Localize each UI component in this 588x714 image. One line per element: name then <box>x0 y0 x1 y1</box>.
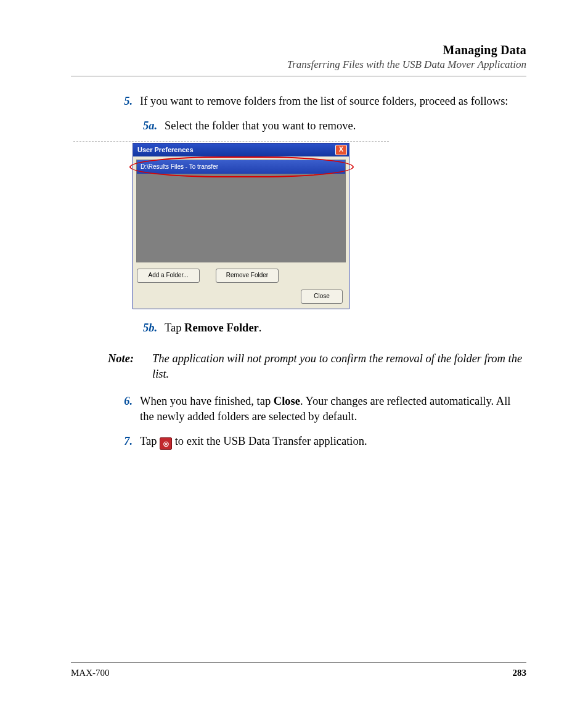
page-footer: MAX-700 283 <box>71 662 526 678</box>
add-folder-button[interactable]: Add a Folder... <box>137 269 200 283</box>
figure-user-preferences: User Preferences X D:\Results Files - To… <box>73 141 389 309</box>
note-label: Note: <box>108 351 152 383</box>
header-subtitle: Transferring Files with the USB Data Mov… <box>71 59 526 71</box>
remove-folder-button[interactable]: Remove Folder <box>216 269 279 283</box>
user-preferences-dialog: User Preferences X D:\Results Files - To… <box>133 143 349 309</box>
substep-number: 5a. <box>133 118 165 134</box>
step-7: 7. Tap ⊗ to exit the USB Data Transfer a… <box>112 434 526 450</box>
step-6: 6. When you have finished, tap Close. Yo… <box>112 394 526 425</box>
bold-term: Remove Folder <box>184 322 259 334</box>
step-number: 5. <box>112 94 140 110</box>
bold-term: Close <box>274 395 300 407</box>
text-prefix: When you have finished, tap <box>140 395 274 407</box>
note: Note: The application will not prompt yo… <box>108 351 526 383</box>
step-5a: 5a. Select the folder that you want to r… <box>133 118 526 134</box>
dialog-title: User Preferences <box>137 145 194 155</box>
dialog-button-row: Add a Folder... Remove Folder <box>133 266 349 286</box>
step-number: 6. <box>112 394 140 425</box>
footer-page-number: 283 <box>513 668 527 678</box>
page: Managing Data Transferring Files with th… <box>0 0 588 714</box>
substep-text: Tap Remove Folder. <box>165 320 526 336</box>
step-number: 7. <box>112 434 140 450</box>
substep-number: 5b. <box>133 320 165 336</box>
text-prefix: Tap <box>140 435 160 447</box>
text-suffix: . <box>259 322 262 334</box>
text-suffix: to exit the USB Data Transfer applicatio… <box>175 435 367 447</box>
page-header: Managing Data Transferring Files with th… <box>71 43 526 71</box>
step-text: Tap ⊗ to exit the USB Data Transfer appl… <box>140 434 526 450</box>
step-text: If you want to remove folders from the l… <box>140 94 526 110</box>
step-5b: 5b. Tap Remove Folder. <box>133 320 526 336</box>
dialog-close-x-button[interactable]: X <box>335 145 347 155</box>
exit-icon: ⊗ <box>160 437 172 450</box>
step-5: 5. If you want to remove folders from th… <box>112 94 526 110</box>
footer-model: MAX-700 <box>71 668 110 678</box>
dialog-bottom-row: Close <box>133 286 349 309</box>
substep-text: Select the folder that you want to remov… <box>165 118 526 134</box>
folder-list[interactable]: D:\Results Files - To transfer <box>136 160 346 262</box>
note-text: The application will not prompt you to c… <box>152 351 526 383</box>
content: 5. If you want to remove folders from th… <box>71 94 526 450</box>
step-text: When you have finished, tap Close. Your … <box>140 394 526 425</box>
dialog-titlebar: User Preferences X <box>133 144 349 156</box>
text-prefix: Tap <box>165 322 184 334</box>
folder-list-item-selected[interactable]: D:\Results Files - To transfer <box>137 160 345 174</box>
header-title: Managing Data <box>71 43 526 57</box>
header-rule <box>71 76 526 76</box>
close-button[interactable]: Close <box>301 290 343 304</box>
